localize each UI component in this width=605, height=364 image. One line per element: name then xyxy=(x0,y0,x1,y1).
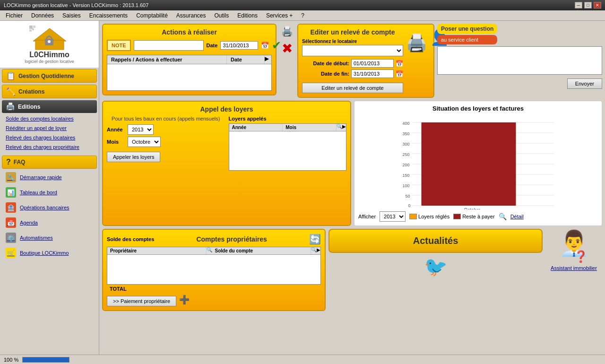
releve-charges-link[interactable]: Relevé des charges locataires xyxy=(0,133,99,142)
chat-title2: au service client xyxy=(437,35,497,44)
automatismes-button[interactable]: ⚙️ Automatismes xyxy=(2,231,97,245)
actions-card: Actions à réaliser NOTE Date 📅 ✔ Rappels… xyxy=(102,24,277,95)
chat-title1: Poser une question xyxy=(437,24,497,34)
add-icon[interactable]: ➕ xyxy=(179,295,190,305)
assistant-link[interactable]: Assistant immobilier xyxy=(551,265,597,271)
menu-saisies[interactable]: Saisies xyxy=(59,11,85,20)
col-date: Date xyxy=(227,55,265,64)
svg-text:200: 200 xyxy=(403,163,410,167)
menu-bar: Fichier Données Saisies Encaissements Co… xyxy=(0,10,605,21)
annee-select[interactable]: 2013 xyxy=(128,124,154,135)
loyers-expand-icon[interactable]: ▶ xyxy=(342,124,346,131)
select-tenant-label: Sélectionnez le locataire xyxy=(302,39,403,44)
actualites-button[interactable]: Actualités xyxy=(328,229,543,253)
detail-link[interactable]: Détail xyxy=(510,214,524,219)
year-select[interactable]: 2013 xyxy=(380,211,406,222)
demarrage-label: Démarrage rapide xyxy=(20,174,62,180)
main-content: Actions à réaliser NOTE Date 📅 ✔ Rappels… xyxy=(99,21,605,364)
date-label: Date xyxy=(207,43,218,48)
question-icon: ? xyxy=(6,158,11,166)
chart-controls: Afficher 2013 Loyers réglés Reste à paye… xyxy=(358,211,598,222)
mois-select[interactable]: Octobre xyxy=(128,137,161,147)
editer-content: Editer un relevé de compte Sélectionnez … xyxy=(302,28,403,93)
annee-label: Année xyxy=(107,127,126,132)
menu-editions[interactable]: Editions xyxy=(233,11,261,20)
top-row: Actions à réaliser NOTE Date 📅 ✔ Rappels… xyxy=(102,24,602,98)
delete-button[interactable]: ✖ xyxy=(279,41,294,56)
appel-right: Loyers appelés Année Mois 🔍 ▶ xyxy=(229,116,347,171)
menu-encaissements[interactable]: Encaissements xyxy=(86,11,131,20)
menu-donnees[interactable]: Données xyxy=(27,11,58,20)
col-rappels: Rappels / Actions à effectuer xyxy=(107,55,227,64)
comptes-header: Solde des comptes Comptes propriétaires … xyxy=(107,234,321,245)
date-debut-input[interactable] xyxy=(351,59,394,68)
loyers-header: Année Mois 🔍 ▶ xyxy=(229,124,346,131)
note-input[interactable] xyxy=(134,40,204,51)
actualites-col: Actualités 🐦 xyxy=(328,229,543,311)
solde-search-icon[interactable]: 🔍 xyxy=(311,247,317,254)
loyers-regles-label: Loyers réglés xyxy=(418,214,449,219)
calendar-picker-icon[interactable]: 📅 xyxy=(261,42,269,49)
menu-help[interactable]: ? xyxy=(297,11,308,20)
boutique-button[interactable]: 🛒 Boutique LOCKimmo xyxy=(2,246,97,260)
menu-outils[interactable]: Outils xyxy=(211,11,233,20)
svg-text:400: 400 xyxy=(403,121,410,126)
chat-textarea[interactable] xyxy=(437,46,602,75)
mois-row: Mois Octobre xyxy=(107,137,225,147)
title-bar-text: LOCKimmo gestion locative - Version LOCK… xyxy=(4,2,148,8)
releve-proprio-link[interactable]: Relevé des charges propriétaire xyxy=(0,142,99,152)
actions-table: Rappels / Actions à effectuer Date ▶ xyxy=(107,55,272,91)
date-debut-calendar[interactable]: 📅 xyxy=(396,60,403,67)
gestion-quotidienne-button[interactable]: 📋 Gestion Quotidienne xyxy=(2,69,97,83)
gestion-label: Gestion Quotidienne xyxy=(18,73,74,79)
logo-box: L0CHimmo logiciel de gestion locative xyxy=(4,25,95,64)
print-button[interactable]: 🖨️ xyxy=(279,24,294,39)
loyers-search-icon[interactable]: 🔍 xyxy=(337,124,342,131)
svg-point-3 xyxy=(48,40,51,43)
faq-button[interactable]: ? FAQ xyxy=(2,156,97,169)
menu-comptabilite[interactable]: Comptabilité xyxy=(132,11,172,20)
printer-large-icon: 🖨️ xyxy=(406,33,427,53)
comptes-expand-icon[interactable]: ▶ xyxy=(317,247,320,254)
tenant-select[interactable] xyxy=(302,45,403,56)
comptes-total: TOTAL xyxy=(107,285,321,293)
tableau-bord-button[interactable]: 📊 Tableau de bord xyxy=(2,185,97,199)
appel-left: Pour tous les baux en cours (appels mens… xyxy=(107,116,225,171)
creations-button[interactable]: ✏️ Créations xyxy=(2,85,97,98)
refresh-icon[interactable]: 🔄 xyxy=(309,234,321,245)
svg-rect-7 xyxy=(32,28,34,30)
menu-assurances[interactable]: Assurances xyxy=(173,11,210,20)
agenda-button[interactable]: 📅 Agenda xyxy=(2,216,97,230)
paiement-row: >> Paiement propriétaire ➕ xyxy=(107,293,321,306)
table-body xyxy=(107,64,271,90)
status-text: 100 % xyxy=(4,357,18,363)
col-proprietaire: Propriétaire xyxy=(107,247,207,254)
reediter-link[interactable]: Rééditer un appel de loyer xyxy=(0,123,99,133)
operations-bancaires-button[interactable]: 🏦 Opérations bancaires xyxy=(2,200,97,215)
editions-label: Editions xyxy=(18,104,40,110)
date-fin-input[interactable] xyxy=(351,69,394,78)
date-fin-calendar[interactable]: 📅 xyxy=(396,70,403,78)
expand-icon[interactable]: ▶ xyxy=(265,55,271,64)
solde-link[interactable]: Solde des comptes locataires xyxy=(0,114,99,123)
paiement-button[interactable]: >> Paiement propriétaire xyxy=(107,296,176,306)
svg-text:Octobre: Octobre xyxy=(464,208,481,209)
menu-fichier[interactable]: Fichier xyxy=(2,11,26,20)
table-header: Rappels / Actions à effectuer Date ▶ xyxy=(107,55,271,64)
prop-search-icon[interactable]: 🔍 xyxy=(207,247,212,254)
send-button[interactable]: Envoyer xyxy=(567,78,602,89)
menu-services[interactable]: Services + xyxy=(262,11,296,20)
magnifier-icon[interactable]: 🔍 xyxy=(499,213,507,220)
editions-section: 🖨️ Editions xyxy=(2,100,97,113)
svg-text:50: 50 xyxy=(406,194,410,199)
maximize-button[interactable]: □ xyxy=(584,2,592,9)
minimize-button[interactable]: ─ xyxy=(575,2,582,9)
close-button[interactable]: ✕ xyxy=(594,2,601,9)
note-date-input[interactable] xyxy=(220,41,258,50)
appel-loyers-button[interactable]: Appeler les loyers xyxy=(107,152,160,162)
automatismes-label: Automatismes xyxy=(20,235,53,241)
demarrage-button[interactable]: 🔧 Démarrage rapide xyxy=(2,170,97,184)
editer-button[interactable]: Editer un relevé de compte xyxy=(302,83,403,93)
reste-payer-label: Reste à payer xyxy=(462,214,494,219)
logo-text: L0CHimmo xyxy=(29,51,69,59)
